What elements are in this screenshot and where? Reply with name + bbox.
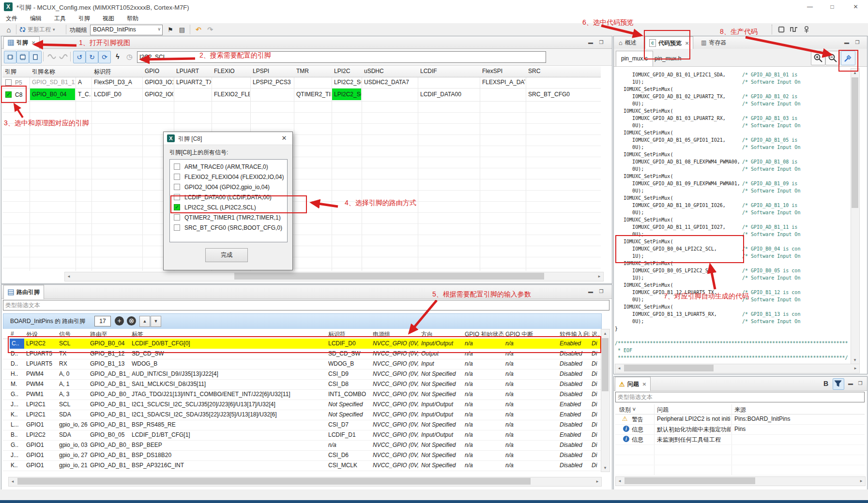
scroll-left-icon[interactable]: ◂ — [615, 364, 623, 372]
bold-filter-button[interactable]: B — [821, 379, 831, 388]
table-cell[interactable]: Not Specified — [328, 401, 371, 408]
table-cell[interactable]: GPIO_B0_04 — [90, 340, 130, 347]
table-cell[interactable]: n/a — [505, 452, 558, 459]
table-row[interactable]: D..LPUART5TXGPIO_B1_12SD_CD_SWSD_CD_SWNV… — [3, 349, 601, 359]
table-cell[interactable]: n/a — [505, 370, 558, 377]
table-cell[interactable]: Enabled — [560, 401, 590, 408]
signal-checkbox[interactable] — [174, 194, 180, 200]
table-cell[interactable]: n/a — [505, 360, 558, 367]
table-cell[interactable]: Not Specified — [421, 421, 463, 428]
package-view-button[interactable] — [4, 51, 16, 63]
table-cell[interactable]: n/a — [465, 411, 503, 418]
table-cell[interactable]: gpio_io, 21 — [59, 462, 88, 469]
table-cell[interactable]: B.. — [11, 431, 24, 438]
problem-row[interactable]: i信息默认初始化功能中未指定功能组，...Pins — [615, 424, 865, 435]
table-cell[interactable]: G.. — [11, 391, 24, 398]
code-v-scrollbar[interactable]: ▴ ▾ — [851, 68, 860, 364]
table-cell[interactable]: Disabled — [560, 350, 590, 357]
scroll-left-icon[interactable]: ◂ — [9, 477, 16, 485]
table-cell[interactable]: SAI1_MCLK/CSI_D8/J35[11] — [132, 381, 326, 387]
table-cell[interactable]: NVCC_GPIO (0V, — [373, 411, 419, 418]
table-cell[interactable]: PWM1 — [26, 391, 57, 398]
table-cell[interactable]: NVCC_GPIO (0V, — [373, 452, 419, 459]
table-cell[interactable]: AUD_INT/CSI_D9//J35[13]/J22[4] — [132, 370, 326, 377]
table-cell[interactable]: GPIO_B1_13 — [90, 360, 130, 367]
table-cell[interactable]: Di — [592, 370, 600, 377]
move-up-button[interactable]: ▲ — [139, 316, 150, 327]
table-cell[interactable]: LCDIF_DATA00 — [418, 89, 479, 100]
table-cell[interactable]: n/a — [505, 350, 558, 357]
tab-overview[interactable]: ⌂ 概述 — [615, 36, 640, 49]
table-cell[interactable]: GPIO_AD_B1_08 — [90, 370, 130, 377]
table-cell[interactable]: Enabled — [560, 431, 590, 438]
table-cell[interactable]: I2C1_SCL/CSI_I2C_SCL/J35[20]/J23[6]/U13[… — [132, 401, 326, 408]
table-cell[interactable]: GPIO_AD_B1_10 — [90, 421, 130, 428]
signal-list-item[interactable]: QTIMER2_TIMER1 (TMR2,TIMER,1) — [170, 213, 287, 223]
table-cell[interactable]: A — [76, 77, 91, 87]
table-cell[interactable]: GPIO_AD_B1_05 — [90, 462, 130, 469]
table-cell[interactable]: NVCC_GPIO (0V, — [373, 421, 419, 428]
table-cell[interactable]: GPIO_AD_B1_00 — [90, 401, 130, 408]
table-cell[interactable]: n/a — [465, 401, 503, 408]
table-cell[interactable]: WDOG_B — [328, 360, 371, 367]
tab-pin-mux-h[interactable]: pin_mux.h — [650, 52, 686, 66]
tab-registers[interactable]: ▥ 寄存器 — [697, 36, 730, 49]
table-cell[interactable]: Di — [592, 411, 600, 418]
routed-filter-input[interactable] — [3, 300, 609, 311]
table-cell[interactable]: Di — [592, 452, 600, 459]
pins-h-scrollbar[interactable]: ◂ ▸ — [64, 272, 604, 281]
menu-item-3[interactable]: 引脚 — [76, 15, 93, 22]
signal-checkbox[interactable] — [174, 184, 180, 190]
table-cell[interactable]: JTAG_TDO/J21[13]/INT1_COMBO/ENET_INT/J22… — [132, 391, 326, 398]
table-row[interactable]: C..LPI2C2SCLGPIO_B0_04LCDIF_D0/BT_CFG[0]… — [3, 339, 601, 349]
table-row[interactable]: G..PWM1A, 3GPIO_AD_B0_10JTAG_TDO/J21[13]… — [3, 389, 601, 400]
table-cell[interactable]: gpio_io, 03 — [59, 442, 88, 448]
table-cell[interactable]: TX — [59, 350, 88, 357]
table-cell[interactable]: WDOG_B — [132, 360, 326, 367]
signal-list-item[interactable]: FLEXIO2_FLEXIO04 (FLEXIO2,IO,04) — [170, 172, 287, 182]
column-header[interactable]: 软件输入启动 — [560, 330, 590, 339]
signal-list-item[interactable]: ✓LPI2C2_SCL (LPI2C2,SCL) — [170, 203, 287, 213]
column-header[interactable]: SRC — [528, 68, 599, 74]
table-cell[interactable]: CSI_D9 — [328, 370, 371, 377]
table-cell[interactable]: NVCC_GPIO (0V, — [373, 340, 419, 347]
table-cell[interactable]: gpio_io, 26 — [59, 421, 88, 428]
table-cell[interactable]: SDA — [59, 431, 88, 438]
remove-pin-button[interactable]: ⊗ — [127, 316, 136, 325]
column-header[interactable]: 级别 ˅ — [619, 406, 636, 414]
table-cell[interactable]: LCDIF_D0 — [92, 89, 142, 100]
tab-pin-mux-c[interactable]: pin_mux.c — [616, 51, 653, 66]
tab-problems[interactable]: ⚠ 问题 ✕ — [615, 377, 651, 391]
routed-count-field[interactable] — [94, 316, 111, 326]
table-cell[interactable]: Di — [592, 442, 600, 448]
undo-button[interactable]: ↶ — [193, 24, 204, 35]
table-cell[interactable]: Disabled — [560, 360, 590, 367]
table-cell[interactable]: SD_CD_SW — [132, 350, 326, 357]
table-cell[interactable]: H.. — [11, 370, 24, 377]
home-button[interactable]: ⌂ — [3, 24, 15, 35]
table-cell[interactable]: CSI_D7 — [328, 421, 371, 428]
table-cell[interactable]: n/a — [505, 391, 558, 398]
table-cell[interactable]: J... — [11, 452, 24, 459]
maximize-button[interactable]: □ — [821, 0, 843, 14]
code-h-scrollbar[interactable]: ◂ ▸ — [615, 364, 860, 373]
table-row[interactable]: K..GPIO1gpio_io, 21GPIO_AD_B1_05BSP_AP32… — [3, 460, 601, 471]
scroll-left-icon[interactable]: ◂ — [616, 477, 624, 485]
table-cell[interactable]: LPI2C2 — [26, 431, 57, 438]
column-header[interactable]: 迟... — [592, 330, 600, 339]
pin-checkbox[interactable]: ✓ — [5, 91, 12, 98]
minimize-view-icon[interactable]: ▬ — [586, 288, 595, 295]
table-cell[interactable]: NVCC_GPIO (0V, — [373, 381, 419, 387]
table-cell[interactable]: I2C1_SDA/CSI_I2C_SDA/J35[22]/J23[5]/U13[… — [132, 411, 326, 418]
table-cell[interactable]: Disabled — [560, 370, 590, 377]
update-project-button[interactable]: 🗘 更新工程 ▾ — [19, 24, 55, 35]
table-cell[interactable]: Disabled — [560, 391, 590, 398]
table-cell[interactable]: Input — [421, 360, 463, 367]
table-cell[interactable]: INT1_COMBO — [328, 391, 371, 398]
table-cell[interactable]: n/a — [505, 421, 558, 428]
table-row[interactable]: H..PWM4A, 0GPIO_AD_B1_08AUD_INT/CSI_D9//… — [3, 369, 601, 380]
table-cell[interactable]: Disabled — [560, 442, 590, 448]
table-cell[interactable]: Di — [592, 350, 600, 357]
tab-pins[interactable]: 引脚 ✕ — [3, 36, 40, 49]
signal-list-item[interactable]: LCDIF_DATA00 (LCDIF,DATA,00) — [170, 192, 287, 203]
